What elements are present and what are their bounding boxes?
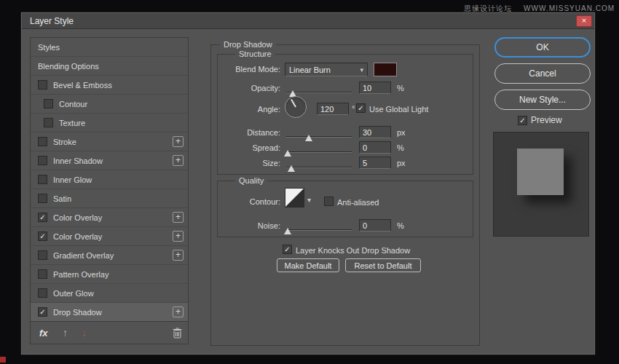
ok-button[interactable]: OK xyxy=(494,37,591,58)
contour-label: Contour: xyxy=(218,197,280,206)
sidebar-item-styles[interactable]: Styles xyxy=(31,38,188,57)
distance-slider-thumb[interactable] xyxy=(305,135,312,141)
distance-label: Distance: xyxy=(218,128,280,137)
size-slider-thumb[interactable] xyxy=(288,165,295,172)
noise-label: Noise: xyxy=(218,221,280,230)
move-down-icon[interactable]: ↓ xyxy=(82,327,87,339)
noise-slider[interactable] xyxy=(286,226,352,234)
make-default-button[interactable]: Make Default xyxy=(277,258,339,272)
dialog-title: Layer Style xyxy=(30,16,74,26)
angle-input[interactable] xyxy=(317,103,349,115)
checkbox[interactable] xyxy=(44,118,53,127)
checkbox[interactable] xyxy=(38,156,47,165)
checkbox[interactable] xyxy=(44,99,53,108)
preview-checkbox[interactable]: ✓ xyxy=(518,116,527,125)
checkbox[interactable] xyxy=(38,175,47,184)
sidebar-item-inner-shadow[interactable]: Inner Shadow + xyxy=(31,151,188,170)
slider-track xyxy=(286,136,352,138)
checkbox[interactable] xyxy=(38,194,47,203)
spread-slider[interactable] xyxy=(286,148,352,157)
checkbox-checked[interactable]: ✓ xyxy=(38,307,47,317)
size-input[interactable] xyxy=(359,157,391,169)
quality-legend: Quality xyxy=(235,176,267,185)
structure-legend: Structure xyxy=(235,50,275,58)
quality-group: Quality Contour: ▾ Anti-aliased Noise: % xyxy=(217,181,473,237)
close-icon[interactable]: × xyxy=(576,15,592,27)
sidebar-item-outer-glow[interactable]: Outer Glow xyxy=(31,284,188,303)
add-effect-icon[interactable]: + xyxy=(173,306,184,317)
shadow-color-swatch[interactable] xyxy=(374,63,397,76)
checkbox[interactable] xyxy=(38,80,47,90)
use-global-light-checkbox[interactable]: ✓ xyxy=(356,103,366,113)
size-label: Size: xyxy=(218,159,280,167)
checkbox-checked[interactable]: ✓ xyxy=(38,213,47,222)
styles-sidebar: Styles Blending Options Bevel & Emboss C… xyxy=(30,37,189,344)
slider-track xyxy=(286,229,352,231)
blend-mode-value: Linear Burn xyxy=(289,66,331,74)
noise-input[interactable] xyxy=(359,219,391,232)
add-effect-icon[interactable]: + xyxy=(173,155,184,166)
sidebar-item-pattern-overlay[interactable]: Pattern Overlay xyxy=(31,265,188,284)
sidebar-item-color-overlay-1[interactable]: ✓ Color Overlay + xyxy=(31,208,188,227)
size-unit: px xyxy=(397,159,406,167)
slider-track xyxy=(286,151,352,153)
sidebar-item-contour[interactable]: Contour xyxy=(31,95,188,114)
add-effect-icon[interactable]: + xyxy=(173,250,184,261)
spread-input[interactable] xyxy=(359,141,391,154)
use-global-light-label: Use Global Light xyxy=(369,105,428,114)
add-effect-icon[interactable]: + xyxy=(173,212,184,223)
opacity-unit: % xyxy=(397,84,404,92)
contour-picker[interactable] xyxy=(285,188,304,207)
angle-unit: ° xyxy=(352,104,355,113)
trash-icon[interactable] xyxy=(173,328,182,341)
sidebar-item-gradient-overlay[interactable]: Gradient Overlay + xyxy=(31,246,188,265)
noise-unit: % xyxy=(397,221,404,230)
move-up-icon[interactable]: ↑ xyxy=(63,327,68,339)
blend-mode-label: Blend Mode: xyxy=(218,65,280,74)
anti-aliased-checkbox[interactable] xyxy=(324,197,334,206)
spread-label: Spread: xyxy=(218,143,280,152)
noise-slider-thumb[interactable] xyxy=(284,228,291,234)
new-style-button[interactable]: New Style... xyxy=(494,90,591,110)
distance-unit: px xyxy=(397,128,406,137)
sidebar-item-stroke[interactable]: Stroke + xyxy=(31,132,188,151)
sidebar-toolbar: fx ↑ ↓ xyxy=(31,321,188,344)
blend-mode-select[interactable]: Linear Burn ▾ xyxy=(285,63,368,76)
preview-label: Preview xyxy=(531,115,562,125)
sidebar-item-bevel-emboss[interactable]: Bevel & Emboss xyxy=(31,76,188,95)
checkbox-checked[interactable]: ✓ xyxy=(38,232,47,241)
layer-style-dialog: Layer Style × Styles Blending Options Be… xyxy=(20,12,596,355)
checkbox[interactable] xyxy=(38,288,47,298)
sidebar-item-blending-options[interactable]: Blending Options xyxy=(31,57,188,76)
checkbox[interactable] xyxy=(38,250,47,260)
knockout-label: Layer Knocks Out Drop Shadow xyxy=(296,246,410,255)
knockout-checkbox[interactable]: ✓ xyxy=(283,245,292,254)
fx-icon[interactable]: fx xyxy=(39,328,48,339)
sidebar-item-inner-glow[interactable]: Inner Glow xyxy=(31,170,188,189)
add-effect-icon[interactable]: + xyxy=(173,136,184,147)
distance-slider[interactable] xyxy=(286,132,352,141)
distance-input[interactable] xyxy=(359,126,391,138)
opacity-label: Opacity: xyxy=(218,84,280,92)
sidebar-item-texture[interactable]: Texture xyxy=(31,114,188,132)
drop-shadow-panel: Drop Shadow Structure Blend Mode: Linear… xyxy=(210,44,480,346)
preview-shadow-sample xyxy=(517,149,564,195)
reset-to-default-button[interactable]: Reset to Default xyxy=(345,258,421,272)
sidebar-item-color-overlay-2[interactable]: ✓ Color Overlay + xyxy=(31,227,188,246)
cancel-button[interactable]: Cancel xyxy=(494,63,591,84)
anti-aliased-label: Anti-aliased xyxy=(337,198,379,207)
sidebar-item-drop-shadow[interactable]: ✓ Drop Shadow + xyxy=(31,303,188,322)
add-effect-icon[interactable]: + xyxy=(173,231,184,242)
contour-chevron-down-icon[interactable]: ▾ xyxy=(307,196,311,204)
spread-unit: % xyxy=(397,143,404,152)
checkbox[interactable] xyxy=(38,269,47,279)
sidebar-item-satin[interactable]: Satin xyxy=(31,189,188,208)
size-slider[interactable] xyxy=(286,163,352,172)
dialog-titlebar[interactable]: Layer Style × xyxy=(22,13,594,29)
preview-thumbnail xyxy=(493,132,589,237)
spread-slider-thumb[interactable] xyxy=(284,150,291,157)
angle-dial[interactable] xyxy=(285,96,307,118)
checkbox[interactable] xyxy=(38,137,47,146)
opacity-input[interactable] xyxy=(359,82,391,94)
panel-title: Drop Shadow xyxy=(220,40,276,49)
